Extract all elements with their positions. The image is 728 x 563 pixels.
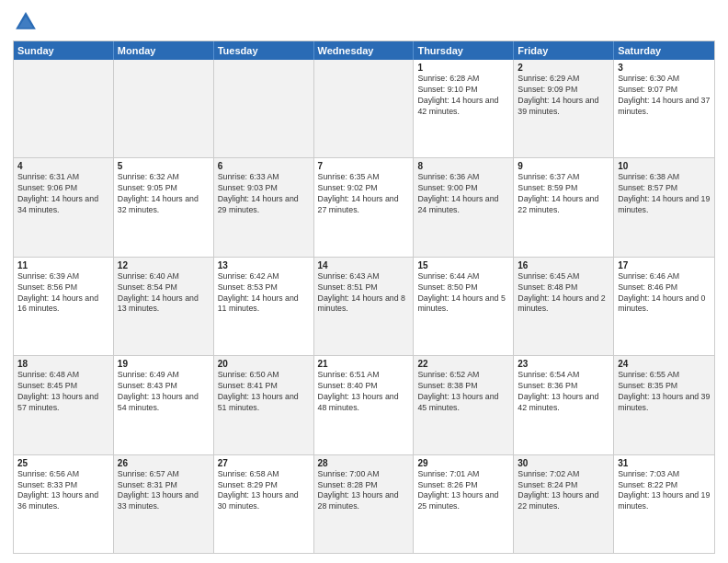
day-number: 16: [518, 260, 609, 270]
cal-header-sunday: Sunday: [14, 41, 114, 60]
cal-cell-3: 3Sunrise: 6:30 AM Sunset: 9:07 PM Daylig…: [614, 60, 714, 157]
cell-info: Sunrise: 6:46 AM Sunset: 8:46 PM Dayligh…: [618, 271, 711, 316]
cal-cell-14: 14Sunrise: 6:43 AM Sunset: 8:51 PM Dayli…: [314, 258, 415, 355]
cal-cell-27: 27Sunrise: 6:58 AM Sunset: 8:29 PM Dayli…: [214, 455, 314, 553]
cal-week-5: 25Sunrise: 6:56 AM Sunset: 8:33 PM Dayli…: [14, 454, 714, 553]
cal-cell-25: 25Sunrise: 6:56 AM Sunset: 8:33 PM Dayli…: [14, 455, 114, 553]
cal-cell-10: 10Sunrise: 6:38 AM Sunset: 8:57 PM Dayli…: [614, 158, 714, 256]
day-number: 31: [618, 458, 711, 468]
day-number: 21: [318, 359, 410, 369]
cell-info: Sunrise: 6:45 AM Sunset: 8:48 PM Dayligh…: [518, 271, 609, 316]
cell-info: Sunrise: 6:55 AM Sunset: 8:35 PM Dayligh…: [618, 370, 711, 414]
cal-cell-23: 23Sunrise: 6:54 AM Sunset: 8:36 PM Dayli…: [514, 356, 614, 454]
cell-info: Sunrise: 6:31 AM Sunset: 9:06 PM Dayligh…: [17, 172, 109, 216]
cal-header-saturday: Saturday: [614, 41, 714, 60]
cell-info: Sunrise: 6:50 AM Sunset: 8:41 PM Dayligh…: [218, 370, 310, 414]
cal-header-wednesday: Wednesday: [314, 41, 415, 60]
cal-header-tuesday: Tuesday: [214, 41, 314, 60]
cell-info: Sunrise: 6:38 AM Sunset: 8:57 PM Dayligh…: [618, 172, 711, 216]
header: [13, 9, 715, 35]
cal-cell-empty-0-0: [14, 60, 114, 157]
logo-icon: [13, 9, 39, 35]
cal-cell-28: 28Sunrise: 7:00 AM Sunset: 8:28 PM Dayli…: [314, 455, 415, 553]
day-number: 23: [518, 359, 609, 369]
cal-cell-11: 11Sunrise: 6:39 AM Sunset: 8:56 PM Dayli…: [14, 258, 114, 355]
calendar: SundayMondayTuesdayWednesdayThursdayFrid…: [13, 40, 715, 554]
cell-info: Sunrise: 6:43 AM Sunset: 8:51 PM Dayligh…: [318, 271, 410, 316]
cal-cell-26: 26Sunrise: 6:57 AM Sunset: 8:31 PM Dayli…: [114, 455, 214, 553]
day-number: 19: [118, 359, 210, 369]
day-number: 30: [518, 458, 609, 468]
cell-info: Sunrise: 7:00 AM Sunset: 8:28 PM Dayligh…: [318, 469, 410, 513]
page: SundayMondayTuesdayWednesdayThursdayFrid…: [0, 0, 728, 563]
cal-cell-17: 17Sunrise: 6:46 AM Sunset: 8:46 PM Dayli…: [614, 258, 714, 355]
day-number: 24: [618, 359, 711, 369]
day-number: 8: [417, 161, 509, 171]
cal-cell-empty-0-3: [314, 60, 415, 157]
cal-cell-15: 15Sunrise: 6:44 AM Sunset: 8:50 PM Dayli…: [414, 258, 514, 355]
cell-info: Sunrise: 7:01 AM Sunset: 8:26 PM Dayligh…: [417, 469, 509, 513]
cell-info: Sunrise: 6:29 AM Sunset: 9:09 PM Dayligh…: [518, 74, 609, 118]
cal-cell-7: 7Sunrise: 6:35 AM Sunset: 9:02 PM Daylig…: [314, 158, 415, 256]
day-number: 10: [618, 161, 711, 171]
cell-info: Sunrise: 6:28 AM Sunset: 9:10 PM Dayligh…: [417, 74, 509, 118]
cal-cell-20: 20Sunrise: 6:50 AM Sunset: 8:41 PM Dayli…: [214, 356, 314, 454]
day-number: 25: [17, 458, 109, 468]
cell-info: Sunrise: 6:44 AM Sunset: 8:50 PM Dayligh…: [417, 271, 509, 316]
cal-cell-empty-0-1: [114, 60, 214, 157]
day-number: 22: [417, 359, 509, 369]
day-number: 13: [218, 260, 310, 270]
cal-cell-18: 18Sunrise: 6:48 AM Sunset: 8:45 PM Dayli…: [14, 356, 114, 454]
cal-cell-12: 12Sunrise: 6:40 AM Sunset: 8:54 PM Dayli…: [114, 258, 214, 355]
cell-info: Sunrise: 6:52 AM Sunset: 8:38 PM Dayligh…: [417, 370, 509, 414]
cal-cell-30: 30Sunrise: 7:02 AM Sunset: 8:24 PM Dayli…: [514, 455, 614, 553]
day-number: 2: [518, 63, 609, 73]
cal-cell-29: 29Sunrise: 7:01 AM Sunset: 8:26 PM Dayli…: [414, 455, 514, 553]
cal-cell-6: 6Sunrise: 6:33 AM Sunset: 9:03 PM Daylig…: [214, 158, 314, 256]
cal-week-2: 4Sunrise: 6:31 AM Sunset: 9:06 PM Daylig…: [14, 157, 714, 256]
cal-cell-19: 19Sunrise: 6:49 AM Sunset: 8:43 PM Dayli…: [114, 356, 214, 454]
cell-info: Sunrise: 7:02 AM Sunset: 8:24 PM Dayligh…: [518, 469, 609, 513]
cell-info: Sunrise: 6:58 AM Sunset: 8:29 PM Dayligh…: [218, 469, 310, 513]
day-number: 14: [318, 260, 410, 270]
cal-cell-5: 5Sunrise: 6:32 AM Sunset: 9:05 PM Daylig…: [114, 158, 214, 256]
cal-cell-22: 22Sunrise: 6:52 AM Sunset: 8:38 PM Dayli…: [414, 356, 514, 454]
cal-cell-empty-0-2: [214, 60, 314, 157]
day-number: 6: [218, 161, 310, 171]
cell-info: Sunrise: 6:32 AM Sunset: 9:05 PM Dayligh…: [118, 172, 210, 216]
cal-header-friday: Friday: [514, 41, 614, 60]
cell-info: Sunrise: 6:30 AM Sunset: 9:07 PM Dayligh…: [618, 74, 711, 118]
day-number: 4: [17, 161, 109, 171]
day-number: 17: [618, 260, 711, 270]
cal-cell-2: 2Sunrise: 6:29 AM Sunset: 9:09 PM Daylig…: [514, 60, 614, 157]
cal-header-monday: Monday: [114, 41, 214, 60]
day-number: 15: [417, 260, 509, 270]
day-number: 20: [218, 359, 310, 369]
cell-info: Sunrise: 6:56 AM Sunset: 8:33 PM Dayligh…: [17, 469, 109, 513]
cal-cell-8: 8Sunrise: 6:36 AM Sunset: 9:00 PM Daylig…: [414, 158, 514, 256]
logo: [13, 9, 42, 35]
day-number: 1: [417, 63, 509, 73]
cell-info: Sunrise: 6:35 AM Sunset: 9:02 PM Dayligh…: [318, 172, 410, 216]
cal-cell-24: 24Sunrise: 6:55 AM Sunset: 8:35 PM Dayli…: [614, 356, 714, 454]
day-number: 11: [17, 260, 109, 270]
cal-cell-9: 9Sunrise: 6:37 AM Sunset: 8:59 PM Daylig…: [514, 158, 614, 256]
day-number: 26: [118, 458, 210, 468]
cell-info: Sunrise: 6:36 AM Sunset: 9:00 PM Dayligh…: [417, 172, 509, 216]
cell-info: Sunrise: 6:54 AM Sunset: 8:36 PM Dayligh…: [518, 370, 609, 414]
cal-cell-16: 16Sunrise: 6:45 AM Sunset: 8:48 PM Dayli…: [514, 258, 614, 355]
day-number: 12: [118, 260, 210, 270]
day-number: 29: [417, 458, 509, 468]
cell-info: Sunrise: 6:48 AM Sunset: 8:45 PM Dayligh…: [17, 370, 109, 414]
cell-info: Sunrise: 6:49 AM Sunset: 8:43 PM Dayligh…: [118, 370, 210, 414]
cal-week-1: 1Sunrise: 6:28 AM Sunset: 9:10 PM Daylig…: [14, 60, 714, 157]
day-number: 27: [218, 458, 310, 468]
day-number: 28: [318, 458, 410, 468]
day-number: 7: [318, 161, 410, 171]
cell-info: Sunrise: 6:39 AM Sunset: 8:56 PM Dayligh…: [17, 271, 109, 316]
cal-header-thursday: Thursday: [414, 41, 514, 60]
calendar-body: 1Sunrise: 6:28 AM Sunset: 9:10 PM Daylig…: [14, 60, 714, 553]
day-number: 5: [118, 161, 210, 171]
cell-info: Sunrise: 6:51 AM Sunset: 8:40 PM Dayligh…: [318, 370, 410, 414]
cell-info: Sunrise: 6:40 AM Sunset: 8:54 PM Dayligh…: [118, 271, 210, 316]
